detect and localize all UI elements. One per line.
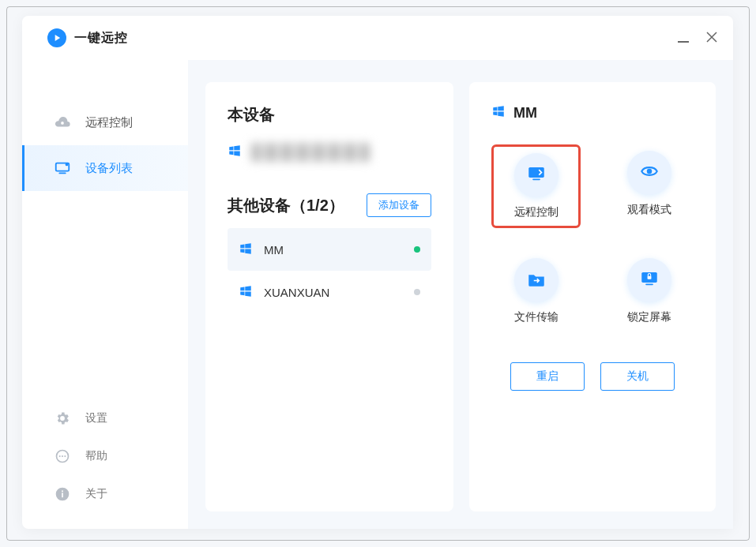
svg-point-7 — [62, 490, 63, 492]
svg-point-0 — [61, 122, 64, 125]
sidebar-item-remote-control[interactable]: 远程控制 — [22, 99, 188, 145]
sidebar-item-settings[interactable]: 设置 — [22, 399, 188, 437]
device-row[interactable]: MM — [228, 228, 431, 271]
brand-title: 一键远控 — [74, 30, 128, 47]
panel-device-detail: MM 远程控制 — [469, 82, 716, 511]
action-remote-control[interactable]: 远程控制 — [491, 144, 581, 228]
windows-icon — [228, 144, 242, 161]
close-button[interactable] — [706, 30, 717, 47]
svg-point-10 — [646, 169, 652, 174]
status-dot-offline — [414, 289, 420, 295]
content-area: 本设备 其他设备（1/2） 添加设备 MM — [188, 60, 733, 529]
status-dot-online — [414, 246, 420, 253]
device-list: MM XUANXUAN — [228, 228, 431, 313]
svg-rect-2 — [58, 173, 66, 174]
gear-icon — [54, 410, 71, 427]
eye-icon — [639, 161, 660, 185]
sidebar-item-label: 设置 — [85, 411, 107, 425]
sidebar-item-label: 关于 — [85, 487, 107, 501]
remote-control-icon — [526, 163, 547, 187]
this-device-name-blurred — [251, 143, 370, 162]
lock-screen-icon — [639, 268, 660, 292]
help-icon — [54, 448, 71, 465]
device-row[interactable]: XUANXUAN — [228, 271, 431, 313]
cloud-control-icon — [54, 114, 71, 131]
titlebar: 一键远控 — [22, 16, 733, 60]
action-watch-mode[interactable]: 观看模式 — [604, 144, 694, 228]
sidebar-item-about[interactable]: 关于 — [22, 475, 188, 513]
action-file-transfer[interactable]: 文件传输 — [491, 252, 581, 331]
sidebar-item-help[interactable]: 帮助 — [22, 437, 188, 475]
sidebar-item-label: 帮助 — [85, 449, 107, 463]
device-list-icon — [54, 159, 71, 177]
brand-logo-icon — [47, 28, 66, 47]
svg-rect-6 — [62, 493, 63, 497]
this-device-row — [228, 143, 431, 162]
this-device-title: 本设备 — [228, 104, 431, 126]
svg-rect-13 — [647, 276, 651, 279]
brand: 一键远控 — [47, 28, 128, 47]
svg-point-3 — [66, 163, 69, 167]
add-device-button[interactable]: 添加设备 — [367, 193, 431, 217]
shutdown-button[interactable]: 关机 — [600, 362, 675, 391]
device-name: MM — [264, 243, 284, 257]
windows-icon — [491, 104, 506, 122]
sidebar: 远程控制 设备列表 设置 — [22, 60, 188, 529]
action-label: 锁定屏幕 — [627, 310, 671, 324]
folder-transfer-icon — [526, 268, 547, 292]
device-name: XUANXUAN — [264, 286, 329, 299]
detail-device-name: MM — [513, 105, 537, 122]
sidebar-item-label: 远程控制 — [85, 115, 133, 130]
action-label: 观看模式 — [627, 203, 671, 217]
restart-button[interactable]: 重启 — [510, 362, 585, 391]
info-icon — [54, 485, 71, 503]
svg-rect-9 — [532, 179, 540, 181]
action-label: 远程控制 — [514, 205, 559, 219]
minimize-button[interactable] — [678, 30, 689, 47]
sidebar-item-label: 设备列表 — [85, 161, 133, 176]
other-devices-title: 其他设备（1/2） — [228, 195, 344, 216]
action-lock-screen[interactable]: 锁定屏幕 — [604, 252, 694, 331]
svg-rect-12 — [645, 284, 653, 286]
windows-icon — [239, 242, 253, 258]
sidebar-item-device-list[interactable]: 设备列表 — [22, 145, 188, 191]
window-controls — [678, 30, 717, 47]
windows-icon — [239, 284, 253, 301]
action-label: 文件传输 — [514, 310, 559, 324]
panel-devices: 本设备 其他设备（1/2） 添加设备 MM — [205, 82, 453, 511]
app-window: 一键远控 远程控制 设备列表 — [22, 16, 733, 529]
